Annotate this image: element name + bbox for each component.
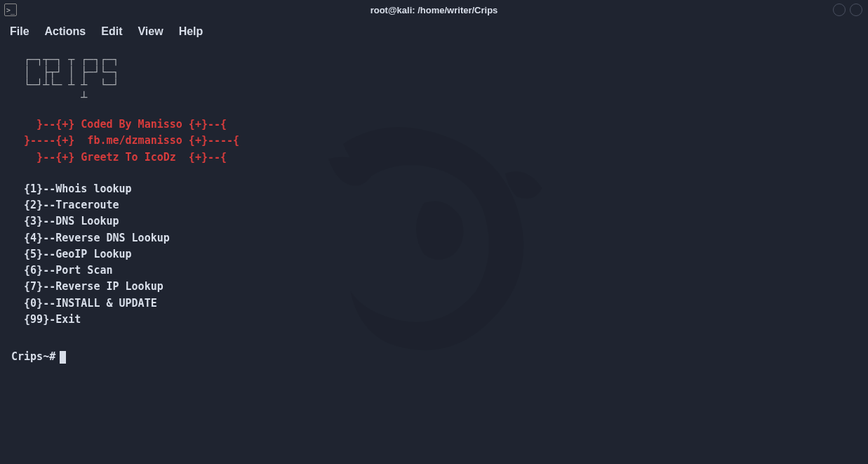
option-reverse-ip: {7}--Reverse IP Lookup [11, 279, 857, 295]
option-whois: {1}--Whois lookup [11, 181, 857, 197]
option-traceroute: {2}--Traceroute [11, 197, 857, 213]
option-port-scan: {6}--Port Scan [11, 263, 857, 279]
window-title: root@kali: /home/writer/Crips [370, 5, 498, 15]
spacer [11, 166, 857, 181]
titlebar: >_ root@kali: /home/writer/Crips [0, 0, 868, 20]
option-exit: {99}-Exit [11, 312, 857, 328]
menubar: File Actions Edit View Help [0, 20, 868, 44]
maximize-button[interactable] [850, 4, 862, 16]
menu-actions[interactable]: Actions [45, 25, 86, 38]
window-controls [833, 4, 862, 16]
credit-line-2: }----{+} fb.me/dzmanisso {+}----{ [11, 133, 857, 149]
option-reverse-dns: {4}--Reverse DNS Lookup [11, 230, 857, 246]
menu-file[interactable]: File [10, 25, 29, 38]
menu-edit[interactable]: Edit [101, 25, 122, 38]
credit-line-1: }--{+} Coded By Manisso {+}--{ [11, 117, 857, 133]
option-install-update: {0}--INSTALL & UPDATE [11, 296, 857, 312]
ascii-banner: ┌─┐┬─┐ ┬ ┌─┐┌─┐ │ ├┬┘ │ ├─┘└─┐ └─┘┴└─ ┴ … [11, 53, 857, 104]
option-dns-lookup: {3}--DNS Lookup [11, 213, 857, 230]
menu-view[interactable]: View [138, 25, 163, 38]
option-geoip: {5}--GeoIP Lookup [11, 246, 857, 263]
credit-line-3: }--{+} Greetz To IcoDz {+}--{ [11, 150, 857, 166]
cursor [60, 351, 66, 364]
prompt-text: Crips~# [11, 349, 55, 365]
minimize-button[interactable] [833, 4, 846, 16]
prompt-line[interactable]: Crips~# [11, 349, 857, 365]
menu-help[interactable]: Help [179, 25, 203, 38]
terminal-app-icon: >_ [4, 4, 17, 16]
terminal-area[interactable]: ┌─┐┬─┐ ┬ ┌─┐┌─┐ │ ├┬┘ │ ├─┘└─┐ └─┘┴└─ ┴ … [0, 44, 868, 372]
